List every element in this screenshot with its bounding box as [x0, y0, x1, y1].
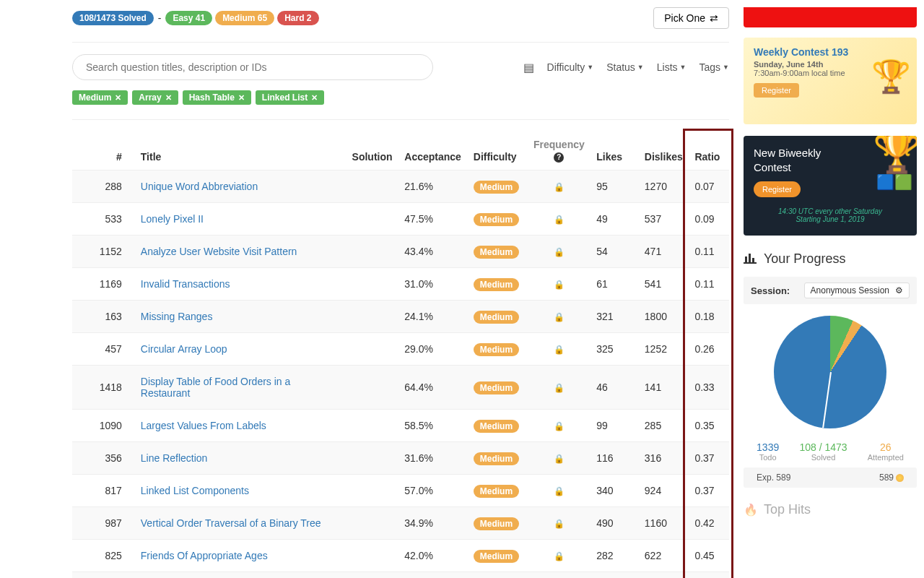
close-icon[interactable]: ✕	[311, 93, 318, 103]
problem-title-link[interactable]: Linked List Components	[141, 485, 249, 496]
solution-cell	[346, 442, 399, 475]
problem-title-link[interactable]: Vertical Order Traversal of a Binary Tre…	[141, 517, 321, 529]
problem-title-link[interactable]: Line Reflection	[141, 452, 208, 464]
difficulty-pill: Medium	[474, 181, 519, 194]
lock-icon[interactable]: 🔒	[554, 551, 565, 561]
difficulty-pill: Medium	[474, 550, 519, 563]
ratio-cell: 0.09	[689, 203, 729, 236]
difficulty-filter[interactable]: Difficulty ▼	[547, 61, 594, 73]
likes-cell: 61	[590, 268, 639, 301]
dislikes-cell: 316	[639, 442, 689, 475]
col-frequency[interactable]: Frequency ?	[528, 131, 591, 171]
likes-cell: 99	[590, 410, 639, 442]
problem-title-link[interactable]: Largest Values From Labels	[141, 420, 266, 431]
likes-cell: 321	[590, 301, 639, 333]
svg-rect-2	[749, 254, 751, 262]
stat-attempted[interactable]: 26 Attempted	[868, 441, 904, 462]
search-input[interactable]	[86, 61, 419, 73]
filter-tag[interactable]: Array ✕	[132, 90, 178, 105]
problem-number: 166	[91, 572, 135, 579]
lock-icon[interactable]: 🔒	[554, 421, 565, 431]
col-dislikes[interactable]: Dislikes	[639, 131, 689, 171]
close-icon[interactable]: ✕	[115, 93, 121, 103]
tags-filter[interactable]: Tags ▼	[699, 61, 730, 73]
stat-solved[interactable]: 108 / 1473 Solved	[799, 441, 847, 462]
problem-number: 288	[91, 171, 135, 203]
pick-one-button[interactable]: Pick One ⇄	[653, 7, 729, 29]
lock-icon[interactable]: 🔒	[554, 247, 565, 257]
col-difficulty[interactable]: Difficulty	[468, 131, 528, 171]
weekly-register-button[interactable]: Register	[754, 83, 799, 98]
filter-tag[interactable]: Hash Table ✕	[183, 90, 251, 105]
problem-title-link[interactable]: Circular Array Loop	[141, 343, 227, 355]
close-icon[interactable]: ✕	[165, 93, 172, 103]
solution-cell	[346, 540, 399, 572]
svg-rect-0	[744, 262, 757, 264]
session-name[interactable]: Anonymous Session	[811, 285, 889, 296]
lock-icon[interactable]: 🔒	[554, 519, 565, 529]
lock-icon[interactable]: 🔒	[554, 280, 565, 290]
status-filter[interactable]: Status ▼	[606, 61, 644, 73]
problem-title-link[interactable]: Invalid Transactions	[141, 278, 230, 290]
filter-tag[interactable]: Medium ✕	[72, 90, 128, 105]
points: 589	[879, 473, 904, 483]
lock-icon[interactable]: 🔒	[554, 345, 565, 355]
col-ratio[interactable]: Ratio	[689, 131, 729, 171]
lock-icon[interactable]: 🔒	[554, 312, 565, 322]
medium-badge: Medium 65	[215, 11, 274, 25]
problem-title-link[interactable]: Missing Ranges	[141, 311, 213, 322]
caret-icon: ▼	[637, 64, 644, 71]
col-acceptance[interactable]: Acceptance	[398, 131, 468, 171]
dislikes-cell: 471	[639, 236, 689, 268]
lock-icon[interactable]: 🔒	[554, 383, 565, 393]
col-title[interactable]: Title	[135, 131, 346, 171]
problem-number: 533	[91, 203, 135, 236]
dislikes-cell: 1160	[639, 507, 689, 540]
problem-number: 457	[91, 333, 135, 366]
close-icon[interactable]: ✕	[238, 93, 245, 103]
biweekly-register-button[interactable]: Register	[754, 181, 801, 197]
problem-number: 356	[91, 442, 135, 475]
list-view-icon[interactable]: ▤	[523, 61, 534, 74]
problem-title-link[interactable]: Friends Of Appropriate Ages	[141, 550, 268, 561]
trophy-icon: 🏆	[871, 58, 911, 95]
problem-title-link[interactable]: Unique Word Abbreviation	[141, 181, 258, 192]
col-likes[interactable]: Likes	[590, 131, 639, 171]
solution-cell	[346, 171, 399, 203]
problem-title-link[interactable]: Lonely Pixel II	[141, 213, 204, 225]
ratio-cell: 0.33	[689, 366, 729, 410]
likes-cell: 325	[590, 333, 639, 366]
biweekly-contest-card[interactable]: New BiweeklyContest Register 🏆 🟦🟩 14:30 …	[744, 136, 917, 236]
problem-title-link[interactable]: Analyze User Website Visit Pattern	[141, 246, 297, 257]
col-num[interactable]: #	[91, 131, 135, 171]
lock-icon[interactable]: 🔒	[554, 454, 565, 464]
session-label: Session:	[751, 285, 790, 296]
filter-tag[interactable]: Linked List ✕	[256, 90, 324, 105]
solved-badges: 108/1473 Solved - Easy 41 Medium 65 Hard…	[72, 11, 319, 25]
help-icon[interactable]: ?	[554, 152, 564, 163]
weekly-contest-card[interactable]: Weekly Contest 193 Sunday, June 14th 7:3…	[744, 38, 917, 124]
gear-icon[interactable]: ⚙	[895, 285, 903, 296]
difficulty-pill: Medium	[474, 381, 519, 394]
difficulty-pill: Medium	[474, 246, 519, 259]
table-row: 987 Vertical Order Traversal of a Binary…	[72, 507, 729, 540]
table-row: 166 Fraction to Recurring Decimal 21.3% …	[72, 572, 729, 579]
difficulty-pill: Medium	[474, 485, 519, 498]
shuffle-icon: ⇄	[710, 12, 718, 24]
stat-todo[interactable]: 1339 Todo	[757, 441, 779, 462]
lock-icon[interactable]: 🔒	[554, 486, 565, 496]
lock-icon[interactable]: 🔒	[554, 215, 565, 225]
search-input-wrap[interactable]	[72, 54, 433, 80]
lock-icon[interactable]: 🔒	[554, 182, 565, 192]
cubes-icon: 🟦🟩	[876, 173, 912, 191]
lists-filter[interactable]: Lists ▼	[657, 61, 687, 73]
table-row: 533 Lonely Pixel II 47.5% Medium 🔒 49 53…	[72, 203, 729, 236]
dislikes-cell: 285	[639, 410, 689, 442]
dislikes-cell: 924	[639, 475, 689, 507]
your-progress-header: Your Progress	[744, 251, 917, 267]
problem-title-link[interactable]: Display Table of Food Orders in a Restau…	[141, 376, 291, 399]
solution-cell	[346, 366, 399, 410]
solution-cell	[346, 203, 399, 236]
problem-number: 1152	[91, 236, 135, 268]
col-solution[interactable]: Solution	[346, 131, 399, 171]
